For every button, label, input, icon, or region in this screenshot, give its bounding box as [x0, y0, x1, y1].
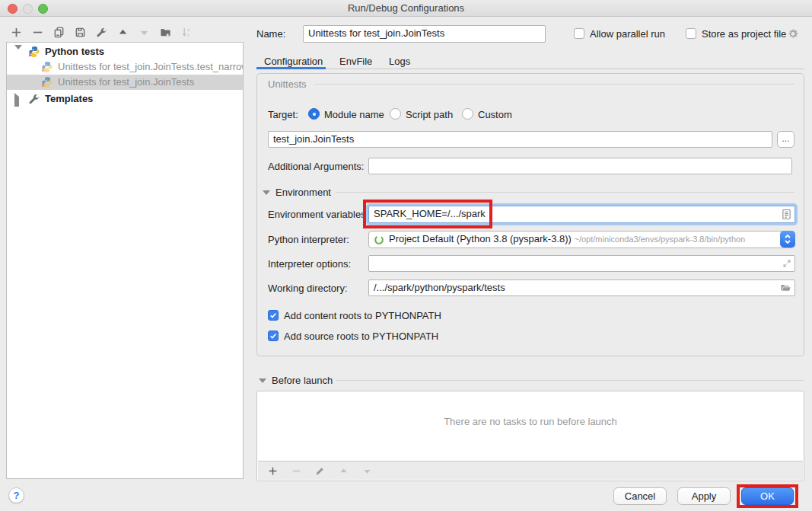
target-module-value: test_join.JoinTests	[273, 133, 354, 145]
name-input[interactable]: Unittests for test_join.JoinTests	[303, 25, 546, 43]
python-interpreter-path: ~/opt/miniconda3/envs/pyspark-3.8/bin/py…	[575, 235, 746, 244]
save-icon[interactable]	[73, 25, 88, 40]
conda-environment-icon	[374, 235, 384, 245]
allow-parallel-run-checkbox[interactable]	[574, 28, 584, 39]
radio-script-path[interactable]	[390, 108, 401, 120]
add-content-roots-checkbox[interactable]	[268, 310, 279, 321]
allow-parallel-run-label: Allow parallel run	[590, 28, 665, 40]
tree-item-label: Templates	[45, 91, 93, 107]
unittests-section-rule	[315, 84, 794, 85]
radio-custom-label: Custom	[478, 109, 512, 120]
python-interpreter-value: Project Default (Python 3.8 (pyspark-3.8…	[389, 233, 572, 244]
move-down-icon[interactable]	[137, 25, 151, 40]
tree-item-python-tests[interactable]: Python tests	[7, 44, 243, 59]
before-launch-toolbar	[258, 461, 803, 480]
templates-wrench-icon	[28, 93, 40, 105]
unittests-section-label: Unittests	[268, 78, 307, 90]
radio-script-path-label: Script path	[406, 109, 453, 120]
tree-item-label: Python tests	[45, 44, 104, 59]
configurations-toolbar: az	[9, 24, 194, 40]
add-source-roots-label: Add source roots to PYTHONPATH	[284, 331, 438, 342]
tree-item-label: Unittests for test_join.JoinTests.test_n…	[58, 59, 243, 75]
remove-task-icon[interactable]	[289, 464, 304, 478]
radio-module-name-label: Module name	[324, 109, 384, 120]
before-launch-section-label: Before launch	[272, 375, 333, 386]
ok-button[interactable]: OK	[741, 487, 794, 505]
tree-item-jointests-selected[interactable]: Unittests for test_join.JoinTests	[7, 75, 243, 90]
radio-module-name[interactable]	[308, 108, 320, 120]
python-tests-icon	[28, 46, 40, 58]
working-directory-label: Working directory:	[268, 283, 348, 294]
store-as-project-file-checkbox[interactable]	[686, 28, 696, 39]
chevron-right-icon[interactable]	[14, 95, 22, 103]
window-title: Run/Debug Configurations	[0, 2, 812, 14]
move-up-icon[interactable]	[116, 25, 130, 40]
expand-field-icon[interactable]	[782, 258, 792, 269]
interpreter-options-label: Interpreter options:	[268, 258, 351, 270]
sort-alphabetically-icon[interactable]: az	[180, 25, 194, 40]
before-launch-empty-text: There are no tasks to run before launch	[257, 416, 804, 427]
add-icon[interactable]	[9, 25, 24, 40]
tab-envfile[interactable]: EnvFile	[339, 56, 372, 67]
add-content-roots-label: Add content roots to PYTHONPATH	[284, 310, 441, 321]
run-configurations-tree: Python tests Unittests for test_join.Joi…	[6, 42, 244, 479]
environment-variables-label: Environment variables:	[268, 209, 368, 220]
chevron-down-icon[interactable]	[14, 48, 22, 56]
before-launch-section-rule	[336, 380, 804, 381]
gear-icon[interactable]	[787, 27, 799, 40]
interpreter-options-input[interactable]	[368, 255, 795, 272]
environment-collapse-icon[interactable]	[263, 190, 270, 195]
browse-folder-icon[interactable]	[780, 282, 791, 293]
help-button[interactable]: ?	[8, 487, 24, 503]
edit-environment-variables-icon[interactable]	[782, 209, 791, 220]
python-test-icon	[41, 61, 53, 73]
tab-logs[interactable]: Logs	[389, 56, 410, 67]
browse-target-button[interactable]: ...	[777, 131, 794, 148]
apply-button[interactable]: Apply	[677, 487, 731, 505]
remove-icon[interactable]	[30, 25, 45, 40]
name-label: Name:	[256, 28, 285, 40]
apply-label: Apply	[692, 490, 717, 502]
before-launch-panel: There are no tasks to run before launch	[256, 391, 804, 481]
move-task-up-icon[interactable]	[336, 464, 351, 478]
working-directory-value: /.../spark/python/pyspark/tests	[374, 282, 505, 293]
tab-baseline	[256, 69, 804, 69]
environment-variables-value: SPARK_HOME=/.../spark	[374, 208, 486, 219]
name-value: Unittests for test_join.JoinTests	[308, 27, 444, 39]
tab-configuration[interactable]: Configuration	[264, 56, 323, 67]
cancel-button[interactable]: Cancel	[613, 487, 667, 505]
environment-variables-input[interactable]: SPARK_HOME=/.../spark	[368, 206, 795, 223]
tree-item-label: Unittests for test_join.JoinTests	[58, 75, 194, 90]
working-directory-input[interactable]: /.../spark/python/pyspark/tests	[368, 279, 795, 296]
svg-text:a: a	[187, 27, 190, 32]
before-launch-collapse-icon[interactable]	[259, 378, 266, 383]
cancel-label: Cancel	[625, 490, 655, 502]
target-module-input[interactable]: test_join.JoinTests	[268, 131, 772, 148]
add-task-icon[interactable]	[266, 464, 280, 478]
svg-text:z: z	[187, 32, 189, 37]
tab-active-underline	[256, 67, 326, 69]
python-interpreter-select[interactable]: Project Default (Python 3.8 (pyspark-3.8…	[368, 231, 795, 248]
ok-label: OK	[760, 490, 775, 502]
tree-item-test-narrow[interactable]: Unittests for test_join.JoinTests.test_n…	[7, 59, 243, 75]
python-test-icon	[41, 76, 53, 88]
additional-arguments-input[interactable]	[368, 158, 792, 174]
environment-section-label: Environment	[275, 187, 331, 198]
environment-section-rule	[336, 192, 794, 193]
help-label: ?	[14, 490, 20, 501]
python-interpreter-label: Python interpreter:	[268, 234, 349, 245]
radio-custom[interactable]	[462, 108, 473, 120]
target-label: Target:	[268, 109, 298, 120]
additional-arguments-label: Additional Arguments:	[268, 161, 364, 172]
copy-icon[interactable]	[52, 25, 66, 40]
move-task-down-icon[interactable]	[360, 464, 374, 478]
add-source-roots-checkbox[interactable]	[268, 331, 279, 341]
edit-templates-icon[interactable]	[94, 25, 109, 40]
edit-task-icon[interactable]	[313, 464, 327, 478]
new-folder-icon[interactable]	[158, 25, 173, 40]
store-as-project-file-label: Store as project file	[702, 28, 786, 40]
interpreter-dropdown-stepper-icon[interactable]	[780, 231, 795, 248]
tree-item-templates[interactable]: Templates	[7, 91, 243, 107]
browse-target-label: ...	[782, 133, 789, 144]
title-bar: Run/Debug Configurations	[0, 0, 812, 17]
